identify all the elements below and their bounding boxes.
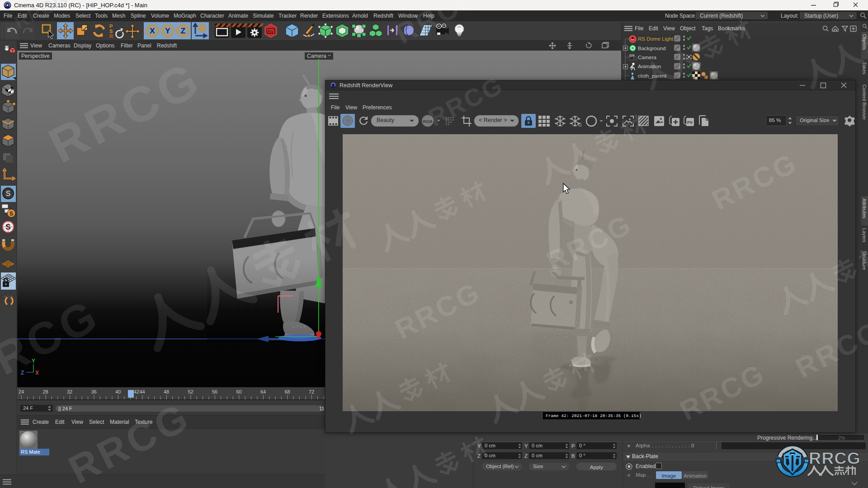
svg-text:42: 42 [134,389,139,394]
svg-text:68: 68 [284,389,290,394]
svg-text:32: 32 [67,389,72,394]
svg-text:RV: RV [268,29,274,34]
svg-text:64: 64 [260,389,266,394]
svg-text:60: 60 [236,389,241,394]
svg-text:56: 56 [212,389,217,394]
svg-text:Z: Z [21,370,24,376]
svg-text:36: 36 [91,389,96,394]
svg-text:a: a [693,75,695,80]
svg-text:Y: Y [165,27,170,35]
svg-text:R: R [109,33,113,39]
svg-text:X: X [35,370,39,376]
svg-text:Z: Z [181,27,185,35]
svg-text:24: 24 [19,389,24,394]
svg-text:PV: PV [687,120,693,125]
svg-text:28: 28 [42,389,48,394]
svg-text:72: 72 [309,389,314,394]
svg-text:S: S [6,190,11,197]
svg-text:52: 52 [188,389,193,394]
svg-text:RRCG: RRCG [809,449,861,468]
svg-text:G: G [578,122,582,127]
svg-text:48: 48 [164,389,169,394]
svg-text:Y: Y [32,358,35,364]
svg-text:S: S [9,210,14,217]
svg-text:RGB: RGB [423,119,432,124]
svg-text:44: 44 [139,389,145,394]
svg-text:X: X [150,27,155,35]
svg-text:40: 40 [115,389,121,394]
